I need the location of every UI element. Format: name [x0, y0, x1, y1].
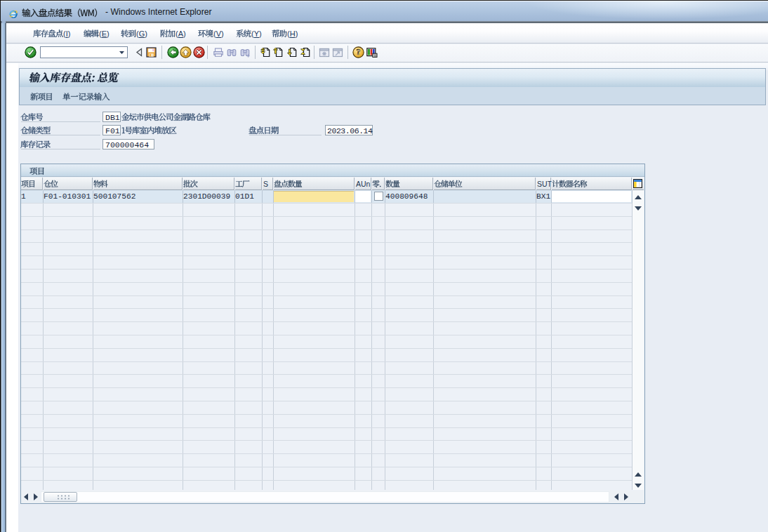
svg-text:?: ? [357, 47, 361, 57]
